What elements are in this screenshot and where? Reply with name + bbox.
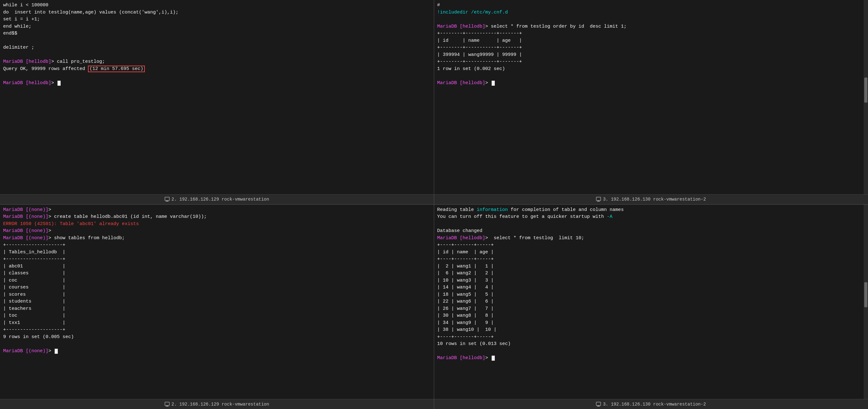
svg-rect-10 xyxy=(597,406,599,406)
tab-label-bottom-left: 2. 192.168.126.129 rock-vmwarestation xyxy=(172,402,269,407)
panel-bottom-right-content: Reading table information for completion… xyxy=(434,205,868,399)
svg-rect-11 xyxy=(597,406,600,407)
svg-rect-5 xyxy=(597,201,600,202)
panel-tab-bottom-left: 2. 192.168.126.129 rock-vmwarestation xyxy=(0,399,434,409)
tab-label-bottom-right: 3. 192.168.126.130 rock-vmwarestation-2 xyxy=(603,402,706,407)
svg-rect-6 xyxy=(165,402,169,406)
panel-bottom-left-content: MariaDB [(none)]> MariaDB [(none)]> crea… xyxy=(0,205,434,399)
svg-rect-2 xyxy=(165,201,169,202)
svg-rect-7 xyxy=(166,406,168,406)
panel-top-left-content: while i < 100000 do insert into testlog(… xyxy=(0,0,434,194)
panel-top-right: # !includedir /etc/my.cnf.d MariaDB [hel… xyxy=(434,0,868,205)
monitor-icon xyxy=(165,197,169,202)
tab-label-top-right: 3. 192.168.126.130 rock-vmwarestation-2 xyxy=(603,197,706,202)
scrollbar-thumb-top-right[interactable] xyxy=(864,77,867,103)
panel-bottom-left: MariaDB [(none)]> MariaDB [(none)]> crea… xyxy=(0,205,434,409)
scrollbar-thumb-bottom-right[interactable] xyxy=(864,282,867,307)
monitor-icon-4 xyxy=(596,402,601,407)
terminal-output-bottom-right: Reading table information for completion… xyxy=(437,207,865,362)
monitor-icon-2 xyxy=(596,197,601,202)
panel-top-left: while i < 100000 do insert into testlog(… xyxy=(0,0,434,205)
panel-tab-top-right: 3. 192.168.126.130 rock-vmwarestation-2 xyxy=(434,194,868,204)
scrollbar-top-right[interactable] xyxy=(864,0,868,194)
svg-rect-1 xyxy=(166,201,168,201)
tab-label-top-left: 2. 192.168.126.129 rock-vmwarestation xyxy=(172,197,269,202)
svg-rect-3 xyxy=(596,197,601,201)
terminal-grid: while i < 100000 do insert into testlog(… xyxy=(0,0,868,409)
panel-tab-bottom-right: 3. 192.168.126.130 rock-vmwarestation-2 xyxy=(434,399,868,409)
monitor-icon-3 xyxy=(165,402,169,407)
terminal-output-bottom-left: MariaDB [(none)]> MariaDB [(none)]> crea… xyxy=(3,207,431,355)
svg-rect-4 xyxy=(597,201,599,201)
panel-bottom-right: Reading table information for completion… xyxy=(434,205,868,409)
panel-top-right-content: # !includedir /etc/my.cnf.d MariaDB [hel… xyxy=(434,0,868,194)
terminal-output-top-right: # !includedir /etc/my.cnf.d MariaDB [hel… xyxy=(437,2,865,87)
scrollbar-bottom-right[interactable] xyxy=(864,205,868,399)
svg-rect-0 xyxy=(165,197,169,201)
svg-rect-8 xyxy=(165,406,169,407)
terminal-output-top-left: while i < 100000 do insert into testlog(… xyxy=(3,2,431,87)
panel-tab-top-left: 2. 192.168.126.129 rock-vmwarestation xyxy=(0,194,434,204)
svg-rect-9 xyxy=(596,402,601,406)
